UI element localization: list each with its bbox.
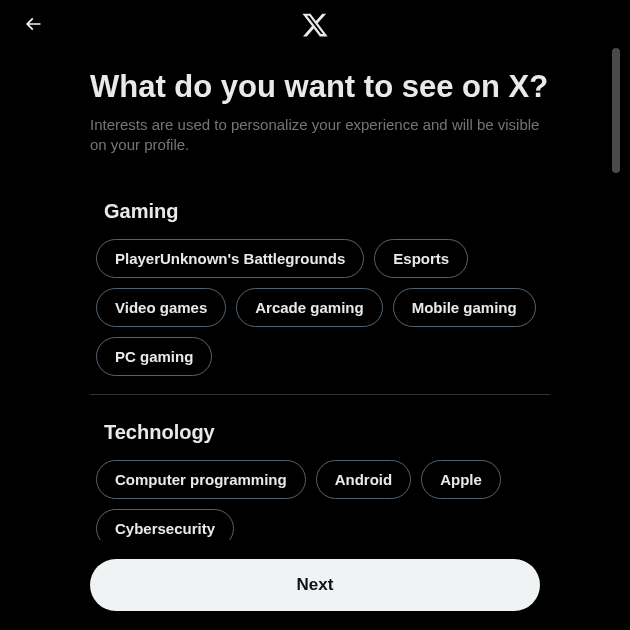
category-title: Technology (90, 405, 550, 452)
modal-header (0, 0, 630, 50)
interest-chip[interactable]: Video games (96, 288, 226, 327)
interest-chip[interactable]: PC gaming (96, 337, 212, 376)
interest-chip[interactable]: Mobile gaming (393, 288, 536, 327)
next-button[interactable]: Next (90, 559, 540, 611)
page-title: What do you want to see on X? (90, 68, 550, 105)
modal-footer: Next (0, 540, 630, 630)
interest-chip[interactable]: PlayerUnknown's Battlegrounds (96, 239, 364, 278)
arrow-left-icon (23, 14, 43, 37)
chip-group: PlayerUnknown's Battlegrounds Esports Vi… (90, 231, 550, 395)
category-gaming: Gaming PlayerUnknown's Battlegrounds Esp… (90, 184, 550, 395)
interest-chip[interactable]: Android (316, 460, 412, 499)
back-button[interactable] (16, 8, 50, 42)
interest-chip[interactable]: Arcade gaming (236, 288, 382, 327)
x-logo (301, 11, 329, 39)
content-scroll[interactable]: What do you want to see on X? Interests … (0, 50, 630, 540)
interest-chip[interactable]: Cybersecurity (96, 509, 234, 540)
category-title: Gaming (90, 184, 550, 231)
page-subtitle: Interests are used to personalize your e… (90, 115, 550, 156)
category-technology: Technology Computer programming Android … (90, 405, 550, 540)
chip-group: Computer programming Android Apple Cyber… (90, 452, 550, 540)
scrollbar-thumb[interactable] (612, 48, 620, 173)
interest-chip[interactable]: Computer programming (96, 460, 306, 499)
interest-chip[interactable]: Apple (421, 460, 501, 499)
interest-chip[interactable]: Esports (374, 239, 468, 278)
